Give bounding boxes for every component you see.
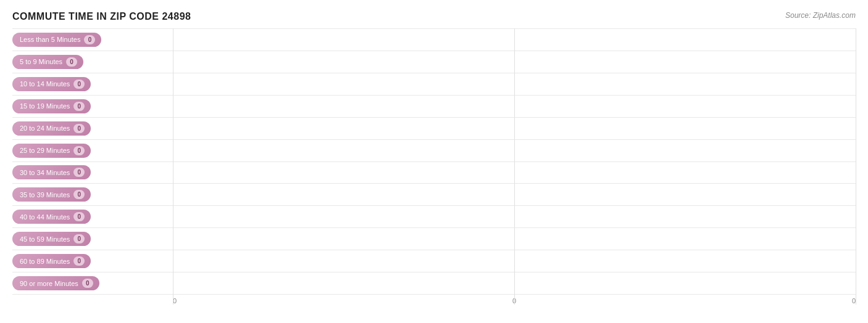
bar-label-container: 30 to 34 Minutes 0 [12, 165, 173, 179]
bars-area: Less than 5 Minutes 0 5 to 9 Minutes 0 1 [12, 28, 856, 295]
bar-row: 20 to 24 Minutes 0 [12, 118, 856, 140]
bar-row: 40 to 44 Minutes 0 [12, 206, 856, 228]
bar-value: 0 [73, 168, 85, 177]
bar-label-text: 45 to 59 Minutes [20, 235, 70, 243]
bar-row: 25 to 29 Minutes 0 [12, 140, 856, 162]
bar-track [173, 75, 856, 94]
bar-label: 40 to 44 Minutes 0 [12, 210, 91, 224]
bar-row: 10 to 14 Minutes 0 [12, 73, 856, 96]
bar-label-container: 60 to 89 Minutes 0 [12, 254, 173, 268]
bar-track [173, 97, 856, 116]
chart-source: Source: ZipAtlas.com [785, 11, 856, 20]
bar-row: 15 to 19 Minutes 0 [12, 96, 856, 118]
chart-title: COMMUTE TIME IN ZIP CODE 24898 [12, 11, 191, 22]
bar-label: 25 to 29 Minutes 0 [12, 144, 91, 158]
bar-label-container: 5 to 9 Minutes 0 [12, 55, 173, 69]
bar-label-container: 10 to 14 Minutes 0 [12, 77, 173, 91]
bar-label: 15 to 19 Minutes 0 [12, 99, 91, 113]
bar-label: 45 to 59 Minutes 0 [12, 232, 91, 246]
bar-track [173, 207, 856, 226]
bar-track [173, 229, 856, 248]
bar-label-text: 25 to 29 Minutes [20, 147, 70, 154]
bar-label-text: Less than 5 Minutes [20, 36, 80, 43]
bar-label-text: 20 to 24 Minutes [20, 125, 70, 132]
bar-value: 0 [66, 57, 77, 67]
bar-value: 0 [73, 212, 85, 221]
bar-label-text: 90 or more Minutes [20, 280, 78, 287]
bar-value: 0 [73, 190, 85, 199]
bar-label: 60 to 89 Minutes 0 [12, 254, 91, 268]
bar-label-text: 5 to 9 Minutes [20, 58, 62, 65]
bar-label: 35 to 39 Minutes 0 [12, 187, 91, 202]
bar-label-container: 25 to 29 Minutes 0 [12, 144, 173, 158]
bar-row: 60 to 89 Minutes 0 [12, 250, 856, 272]
x-axis-label: 0 [173, 297, 177, 305]
bar-track [173, 141, 856, 160]
chart-body: Less than 5 Minutes 0 5 to 9 Minutes 0 1 [12, 28, 856, 305]
bar-row: 45 to 59 Minutes 0 [12, 228, 856, 250]
bar-label-container: 45 to 59 Minutes 0 [12, 232, 173, 246]
bar-label: 20 to 24 Minutes 0 [12, 121, 91, 136]
bar-value: 0 [84, 35, 95, 44]
bar-label-container: Less than 5 Minutes 0 [12, 33, 173, 47]
bar-label-text: 30 to 34 Minutes [20, 169, 70, 176]
grid-line-100 [856, 28, 856, 305]
bar-track [173, 251, 856, 271]
bar-label: 10 to 14 Minutes 0 [12, 77, 91, 91]
bar-label-text: 35 to 39 Minutes [20, 191, 70, 198]
bar-label: Less than 5 Minutes 0 [12, 33, 101, 47]
bar-track [173, 30, 856, 49]
bar-track [173, 52, 856, 72]
bar-label-container: 40 to 44 Minutes 0 [12, 210, 173, 224]
bar-value: 0 [73, 102, 85, 111]
bar-value: 0 [73, 256, 85, 266]
bar-label: 90 or more Minutes 0 [12, 276, 99, 290]
bar-value: 0 [73, 234, 85, 243]
bar-value: 0 [73, 80, 85, 89]
x-axis-labels: 000 [173, 297, 856, 305]
bar-label-text: 10 to 14 Minutes [20, 80, 70, 88]
bar-row: 35 to 39 Minutes 0 [12, 184, 856, 206]
bar-value: 0 [82, 279, 93, 288]
bar-value: 0 [73, 124, 85, 133]
x-axis-label: 0 [852, 297, 856, 305]
bar-label-container: 35 to 39 Minutes 0 [12, 187, 173, 202]
bar-label-container: 20 to 24 Minutes 0 [12, 121, 173, 136]
bar-label: 30 to 34 Minutes 0 [12, 165, 91, 179]
bar-label-text: 40 to 44 Minutes [20, 213, 70, 221]
bar-row: 30 to 34 Minutes 0 [12, 162, 856, 184]
bar-track [173, 119, 856, 138]
bar-row: 5 to 9 Minutes 0 [12, 51, 856, 73]
chart-container: COMMUTE TIME IN ZIP CODE 24898 Source: Z… [0, 0, 868, 323]
bar-track [173, 274, 856, 293]
chart-header: COMMUTE TIME IN ZIP CODE 24898 Source: Z… [12, 11, 856, 22]
bar-row: Less than 5 Minutes 0 [12, 28, 856, 51]
bar-track [173, 163, 856, 182]
bar-row: 90 or more Minutes 0 [12, 272, 856, 295]
bar-track [173, 185, 856, 204]
x-axis-label: 0 [512, 297, 516, 305]
bar-label: 5 to 9 Minutes 0 [12, 55, 83, 69]
bar-label-container: 15 to 19 Minutes 0 [12, 99, 173, 113]
bar-value: 0 [73, 146, 85, 155]
bar-label-text: 60 to 89 Minutes [20, 258, 70, 265]
x-axis: 000 [12, 297, 856, 305]
bar-label-text: 15 to 19 Minutes [20, 102, 70, 110]
bar-label-container: 90 or more Minutes 0 [12, 276, 173, 290]
